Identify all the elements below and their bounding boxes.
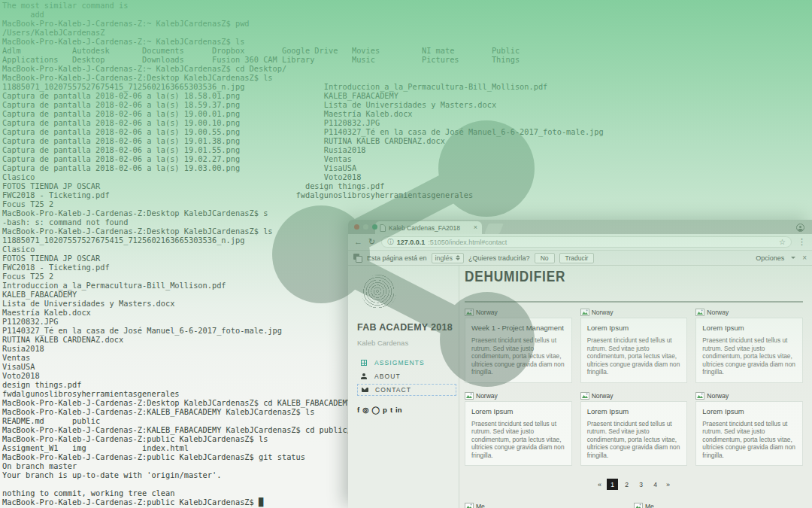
circle-icon[interactable]: ◯ xyxy=(371,406,380,414)
browser-toolbar: ← ↻ ⓘ 127.0.0.1 :51050/index.html#contac… xyxy=(348,234,812,251)
browser-tab[interactable]: Kaleb Cardenas_FA2018 × xyxy=(375,221,482,234)
language-value: inglés xyxy=(435,254,453,262)
sidebar-menu-item[interactable]: ASSIGMENTS xyxy=(357,357,456,369)
card-title: Lorem Ipsum xyxy=(471,407,565,415)
grid-icon xyxy=(361,360,367,366)
footer-image-alt: Me xyxy=(645,503,654,508)
translate-options-button[interactable]: Opciones xyxy=(756,254,784,262)
bookmark-star-icon[interactable]: ☆ xyxy=(779,238,786,246)
card-title: Lorem Ipsum xyxy=(587,324,681,332)
footer-image: Me xyxy=(634,503,803,508)
card-body: Praesent tincidunt sed tellus ut rutrum.… xyxy=(587,420,681,460)
card-body: Praesent tincidunt sed tellus ut rutrum.… xyxy=(471,336,565,376)
broken-image-icon xyxy=(580,392,589,400)
browser-window: Kaleb Cardenas_FA2018 × ← ↻ ⓘ 127.0.0.1 … xyxy=(348,220,812,508)
broken-image-icon xyxy=(465,392,474,400)
card: Norway Week 1 - Project Managment Praese… xyxy=(465,309,572,383)
card-title: Lorem Ipsum xyxy=(702,407,796,415)
pinterest-icon[interactable]: p xyxy=(383,406,387,414)
new-tab-button[interactable] xyxy=(484,224,504,234)
card-body: Praesent tincidunt sed tellus ut rutrum.… xyxy=(702,336,796,376)
site-info-icon[interactable]: ⓘ xyxy=(387,238,394,247)
card: Norway Lorem Ipsum Praesent tincidunt se… xyxy=(695,392,803,467)
select-spinner-icon xyxy=(456,255,460,260)
sidebar-menu-label: ASSIGMENTS xyxy=(374,359,425,367)
address-bar[interactable]: ⓘ 127.0.0.1 :51050/index.html#contact ☆ xyxy=(381,236,792,248)
browser-tab-strip: Kaleb Cardenas_FA2018 × xyxy=(348,220,812,234)
sidebar-menu-item[interactable]: ABOUT xyxy=(357,370,456,382)
translate-close-icon[interactable]: × xyxy=(802,254,807,262)
pagination-page[interactable]: 2 xyxy=(621,479,632,490)
pagination-page[interactable]: 4 xyxy=(650,479,661,490)
card-title: Lorem Ipsum xyxy=(587,407,681,415)
translate-bar: Esta página está en inglés ¿Quieres trad… xyxy=(348,251,812,266)
screenshot-stage: The most similar command is add MacBook-… xyxy=(0,0,812,508)
broken-image-icon xyxy=(695,392,704,400)
browser-menu-icon[interactable]: ⋮ xyxy=(798,238,806,246)
broken-image-icon xyxy=(580,309,589,316)
card: Norway Lorem Ipsum Praesent tincidunt se… xyxy=(695,309,803,383)
broken-image-icon xyxy=(465,503,474,508)
pagination-prev-icon[interactable]: « xyxy=(598,481,601,488)
translate-button[interactable]: Traducir xyxy=(559,253,595,263)
linkedin-icon[interactable]: in xyxy=(395,406,401,414)
card-grid: Norway Week 1 - Project Managment Praese… xyxy=(465,309,803,466)
broken-image-icon xyxy=(634,503,643,508)
page-title: DEHUMIDIFIER xyxy=(465,267,742,285)
chevron-down-icon[interactable] xyxy=(791,257,795,259)
page-main: DEHUMIDIFIER Norway Week 1 - Project Man… xyxy=(459,266,812,508)
pagination-page[interactable]: 1 xyxy=(607,479,618,490)
reload-icon[interactable]: ↻ xyxy=(368,238,375,246)
sidebar-menu-item[interactable]: CONTACT xyxy=(357,384,456,396)
url-host: 127.0.0.1 xyxy=(397,239,426,246)
pagination-next-icon[interactable]: » xyxy=(666,481,670,488)
twitter-icon[interactable]: t xyxy=(390,406,392,414)
sidebar-menu-label: ABOUT xyxy=(374,373,401,380)
card-image-alt: Norway xyxy=(707,392,729,400)
translate-question: ¿Quieres traducirla? xyxy=(468,254,530,262)
social-links: f ◎ ◯ p t in xyxy=(357,406,459,414)
sidebar-menu-label: CONTACT xyxy=(375,386,411,394)
page-favicon-icon xyxy=(380,224,386,232)
translate-no-button[interactable]: No xyxy=(535,253,555,263)
heading-divider xyxy=(465,301,803,303)
translate-message: Esta página está en xyxy=(367,254,427,262)
card-image-alt: Norway xyxy=(476,392,498,400)
card-image-alt: Norway xyxy=(476,309,498,316)
sidebar-menu: ASSIGMENTS ABOUT CONTACT xyxy=(357,357,459,396)
card-title: Lorem Ipsum xyxy=(702,324,796,332)
instagram-icon[interactable]: ◎ xyxy=(362,406,368,414)
broken-image-icon xyxy=(465,309,474,316)
browser-profile-icon[interactable] xyxy=(796,224,804,232)
card: Norway Lorem Ipsum Praesent tincidunt se… xyxy=(580,309,688,383)
translate-icon xyxy=(353,254,362,263)
site-footer: Me Me xyxy=(465,503,803,508)
card: Norway Lorem Ipsum Praesent tincidunt se… xyxy=(465,392,572,467)
web-page: FAB ACADEMY 2018 Kaleb Cardenas ASSIGMEN… xyxy=(348,266,812,508)
site-sidebar: FAB ACADEMY 2018 Kaleb Cardenas ASSIGMEN… xyxy=(348,266,459,508)
mail-icon xyxy=(362,388,368,393)
pagination: « 1 2 3 4 » xyxy=(465,479,803,490)
broken-image-icon xyxy=(695,309,704,316)
site-title: FAB ACADEMY 2018 xyxy=(357,322,459,333)
card-image-alt: Norway xyxy=(707,309,729,316)
card-body: Praesent tincidunt sed tellus ut rutrum.… xyxy=(471,420,565,460)
back-icon[interactable]: ← xyxy=(354,238,362,246)
tab-title: Kaleb Cardenas_FA2018 xyxy=(389,224,471,232)
window-controls xyxy=(354,224,377,230)
card-body: Praesent tincidunt sed tellus ut rutrum.… xyxy=(587,336,681,376)
zoom-window-button[interactable] xyxy=(372,224,377,230)
minimize-window-button[interactable] xyxy=(363,224,368,230)
card-image-alt: Norway xyxy=(592,309,614,316)
language-select[interactable]: inglés xyxy=(432,253,465,263)
tab-close-icon[interactable]: × xyxy=(474,224,477,231)
pagination-page[interactable]: 3 xyxy=(635,479,647,490)
close-window-button[interactable] xyxy=(354,224,359,230)
person-icon xyxy=(361,373,367,379)
card-body: Praesent tincidunt sed tellus ut rutrum.… xyxy=(702,420,796,460)
facebook-icon[interactable]: f xyxy=(357,406,359,414)
fingerprint-logo xyxy=(362,275,396,309)
card-image-alt: Norway xyxy=(592,392,614,400)
card-title: Week 1 - Project Managment xyxy=(471,324,565,332)
card: Norway Lorem Ipsum Praesent tincidunt se… xyxy=(580,392,688,467)
